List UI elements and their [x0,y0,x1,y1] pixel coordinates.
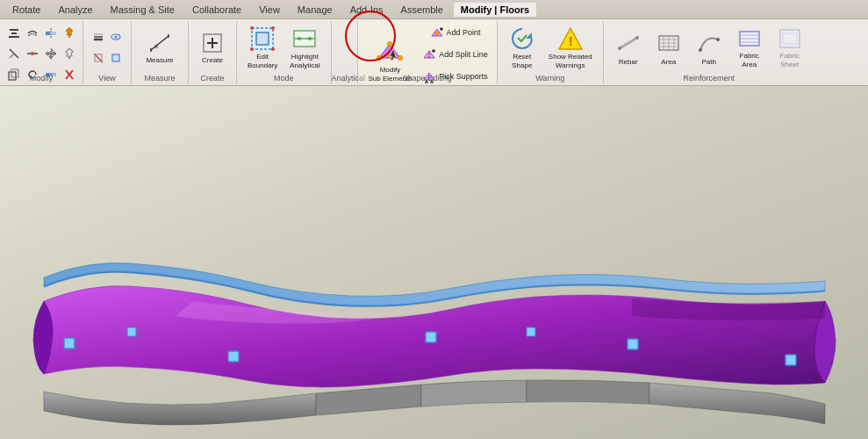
group-modify-label: Modify [0,74,82,83]
svg-rect-84 [628,339,638,349]
svg-rect-79 [780,30,800,47]
svg-rect-2 [9,36,19,38]
svg-point-41 [271,47,275,51]
group-reinforcement: Rebar Area [604,21,814,84]
svg-rect-27 [95,54,102,61]
svg-point-65 [635,36,639,40]
svg-line-7 [10,54,14,58]
svg-rect-85 [786,355,796,365]
btn-add-split-line[interactable]: Add Split Line [419,45,491,64]
group-shape-editing-label: Shape Editing [358,74,497,83]
svg-point-74 [716,38,720,41]
btn-add-point[interactable]: Add Point [419,23,491,42]
svg-rect-28 [112,54,119,61]
svg-rect-82 [228,351,239,362]
group-analytical-label: Analytical [332,74,357,83]
svg-rect-75 [740,32,759,46]
svg-rect-87 [527,327,535,336]
btn-highlight-analytical[interactable]: HighlightAnalytical [284,23,325,72]
tab-add-ins[interactable]: Add-Ins [343,3,391,17]
btn-unpin[interactable] [61,44,77,63]
svg-text:d: d [154,43,158,49]
svg-point-64 [618,47,621,50]
group-measure: d Measure Measure [132,21,189,84]
btn-thin-lines[interactable] [90,27,106,47]
btn-create[interactable]: Create [195,23,230,72]
btn-measure-distance[interactable]: d Measure [140,23,178,72]
group-create: Create Create [189,21,237,84]
svg-point-73 [699,48,702,52]
svg-point-40 [250,47,254,51]
group-reinforcement-label: Reinforcement [604,74,814,83]
btn-show-warnings[interactable]: ! Show RelatedWarnings [543,23,598,72]
group-mode-label: Mode [237,74,331,83]
tab-rotate[interactable]: Rotate [5,3,47,17]
svg-point-50 [435,32,439,35]
btn-split[interactable] [24,44,41,63]
btn-reset-shape[interactable]: ResetShape [503,23,542,72]
group-view: View [83,21,132,84]
btn-path[interactable]: Path [690,23,728,72]
btn-show-hidden[interactable] [108,27,124,47]
svg-line-6 [10,49,18,58]
group-warning: ResetShape ! Show RelatedWarnings Warnin… [498,21,604,84]
tab-collaborate[interactable]: Collaborate [185,3,248,17]
btn-move[interactable] [42,44,60,63]
svg-point-45 [308,37,312,40]
svg-point-39 [271,26,275,30]
group-view-label: View [83,74,131,83]
svg-point-49 [388,54,391,58]
svg-rect-42 [294,31,315,47]
tab-massing[interactable]: Massing & Site [104,3,182,17]
btn-fabric-area[interactable]: FabricArea [730,23,769,72]
svg-rect-86 [127,327,136,336]
group-create-label: Create [189,74,236,83]
svg-point-25 [115,36,118,39]
btn-area[interactable]: Area [649,23,688,72]
svg-point-46 [377,55,382,60]
svg-point-48 [398,55,403,60]
btn-isolate[interactable] [108,48,124,68]
svg-marker-60 [526,32,532,39]
ribbon-tab-bar: Rotate Analyze Massing & Site Collaborat… [0,0,868,19]
svg-line-63 [620,38,637,48]
canvas-area [0,86,868,439]
svg-rect-83 [426,332,436,342]
svg-rect-80 [783,33,797,44]
btn-mirror-x[interactable] [42,24,60,43]
floor-3d-model [18,156,843,439]
svg-line-26 [94,54,103,62]
group-modify: Modify [0,21,83,84]
svg-line-29 [151,36,169,50]
btn-align[interactable] [5,24,23,43]
btn-trim[interactable] [5,44,23,63]
btn-fabric-sheet[interactable]: FabricSheet [771,23,809,72]
svg-rect-33 [204,34,221,52]
svg-rect-1 [11,32,17,34]
svg-rect-4 [52,32,56,35]
tab-modify-floors[interactable]: Modify | Floors [454,3,536,17]
svg-rect-37 [256,32,269,45]
group-mode: EditBoundary HighlightAnalytical [237,21,332,84]
ribbon-content: Modify [0,19,868,86]
group-analytical: Analytical [332,21,358,84]
btn-pin[interactable] [61,23,77,42]
btn-edit-boundary[interactable]: EditBoundary [242,23,283,72]
svg-rect-3 [46,32,50,35]
svg-point-38 [250,26,254,30]
svg-rect-0 [10,29,18,31]
btn-offset[interactable] [24,24,41,43]
tab-manage[interactable]: Manage [291,3,340,17]
modify-buttons [5,23,77,95]
tab-assemble[interactable]: Assemble [394,3,450,17]
ribbon: Rotate Analyze Massing & Site Collaborat… [0,0,868,86]
btn-hide-category[interactable] [90,48,106,68]
tab-view[interactable]: View [252,3,287,17]
svg-text:!: ! [569,34,573,48]
tab-analyze[interactable]: Analyze [51,3,99,17]
svg-point-24 [111,34,120,40]
svg-rect-36 [252,28,273,49]
svg-rect-81 [64,338,75,349]
svg-point-44 [298,37,301,40]
btn-rebar[interactable]: Rebar [609,23,648,72]
